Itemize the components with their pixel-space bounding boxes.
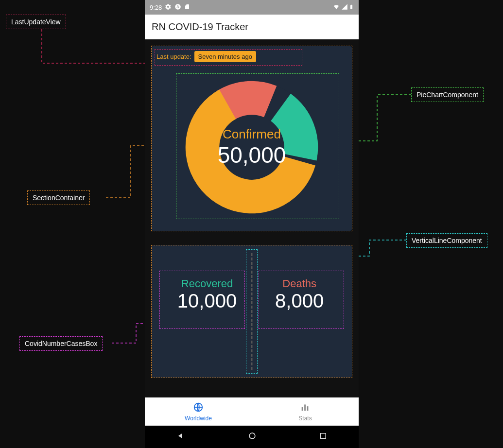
- android-back-button[interactable]: [176, 431, 186, 443]
- recovered-value: 10,000: [177, 290, 237, 312]
- annotation-label: PieChartComponent: [416, 91, 478, 99]
- pie-chart-component: Confirmed 50,000: [179, 74, 325, 220]
- deaths-label: Deaths: [273, 277, 326, 290]
- status-left: 9:28 A: [150, 3, 190, 12]
- android-nav-bar: [145, 426, 359, 448]
- svg-rect-9: [307, 406, 309, 411]
- svg-rect-7: [302, 407, 303, 411]
- globe-icon: [193, 402, 204, 414]
- annotation-vertical-line-component: VerticalLineComponent: [406, 233, 487, 248]
- last-update-view: Last update: Seven minutes ago: [156, 51, 256, 62]
- annotation-label: SectionContainer: [33, 194, 85, 202]
- confirmed-label: Confirmed: [218, 127, 286, 142]
- gear-icon: [165, 3, 172, 12]
- confirmed-value: 50,000: [218, 142, 286, 168]
- signal-icon: [341, 3, 348, 12]
- annotation-last-update-view: LastUpdateView: [6, 15, 66, 29]
- tab-label: Worldwide: [185, 415, 212, 422]
- recovered-label: Recovered: [177, 277, 237, 290]
- status-right: [332, 3, 354, 12]
- phone-frame: 9:28 A RN COVID-19 Tracker: [145, 0, 359, 448]
- wifi-icon: [332, 3, 340, 12]
- svg-rect-8: [304, 404, 306, 411]
- android-recent-button[interactable]: [319, 431, 328, 442]
- app-body: Last update: Seven minutes ago: [145, 39, 359, 378]
- svg-rect-11: [321, 433, 326, 439]
- svg-point-10: [249, 433, 255, 439]
- status-time: 9:28: [150, 4, 162, 11]
- svg-text:A: A: [176, 4, 179, 9]
- bottom-tab-bar: Worldwide Stats: [145, 397, 359, 426]
- page-title-bar: RN COVID-19 Tracker: [145, 15, 359, 39]
- sd-card-icon: [184, 3, 190, 12]
- covid-number-cases-box-recovered: Recovered 10,000: [168, 273, 246, 317]
- stats-row: Recovered 10,000 Deaths 8,000: [152, 273, 352, 317]
- tab-stats[interactable]: Stats: [252, 397, 359, 426]
- last-update-label: Last update:: [156, 53, 191, 60]
- annotation-pie-chart-component: PieChartComponent: [411, 87, 484, 102]
- annotation-label: CovidNumberCasesBox: [25, 340, 97, 347]
- android-home-button[interactable]: [247, 431, 257, 443]
- annotation-section-container: SectionContainer: [27, 190, 90, 205]
- annotation-covid-number-cases-box: CovidNumberCasesBox: [19, 336, 103, 351]
- bar-chart-icon: [300, 402, 311, 414]
- deaths-value: 8,000: [273, 290, 326, 312]
- section-container-2: Recovered 10,000 Deaths 8,000: [152, 245, 352, 378]
- section-container: Last update: Seven minutes ago: [152, 46, 352, 231]
- pie-center: Confirmed 50,000: [218, 127, 286, 168]
- android-status-bar: 9:28 A: [145, 0, 359, 15]
- tab-label: Stats: [298, 415, 312, 422]
- battery-icon: [349, 3, 354, 12]
- tab-worldwide[interactable]: Worldwide: [145, 397, 252, 426]
- covid-number-cases-box-deaths: Deaths 8,000: [263, 273, 336, 317]
- annotation-label: VerticalLineComponent: [412, 237, 482, 244]
- page-title: RN COVID-19 Tracker: [152, 21, 248, 32]
- circle-a-icon: A: [174, 3, 181, 12]
- annotation-label: LastUpdateView: [11, 18, 61, 26]
- last-update-badge: Seven minutes ago: [194, 51, 256, 62]
